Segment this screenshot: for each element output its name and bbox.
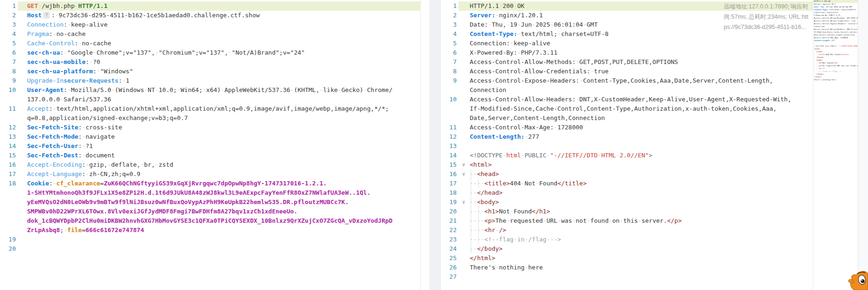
- fold-chevron-icon[interactable]: ∨: [459, 160, 469, 170]
- line-number: 24: [441, 244, 459, 254]
- request-code-row[interactable]: 2Host?:·9c73dc36-d295-4511-b162-1ce5b1ae…: [0, 11, 421, 20]
- line-number: 26: [441, 263, 459, 272]
- request-code-row[interactable]: 12Sec-Fetch-Site:·cross-site: [0, 123, 421, 132]
- line-number: [0, 95, 18, 104]
- request-code-row[interactable]: 5Cache-Control:·no-cache: [0, 39, 421, 48]
- request-code-row[interactable]: 16Accept-Encoding:·gzip,·deflate,·br,·zs…: [0, 160, 421, 170]
- response-editor[interactable]: 1HTTP/1.1·200·OK2Server:·nginx/1.20.13Da…: [441, 1, 813, 282]
- line-number: [0, 113, 18, 123]
- request-scrollbar[interactable]: [420, 0, 430, 290]
- request-code-row[interactable]: SMPWBv0hD22WPrXL6TOwx.8Vlv0exiJGfJydMDF8…: [0, 207, 421, 216]
- request-code-row[interactable]: 7sec-ch-ua-mobile:·?0: [0, 57, 421, 67]
- code-line-text: User-Agent:·Mozilla/5.0·(Windows·NT·10.0…: [18, 85, 421, 95]
- code-line-text: Access-Control-Allow-Credentials:·true: [469, 67, 813, 76]
- response-code-row[interactable]: 14<!DOCTYPE·html·PUBLIC·"-//IETF//DTD·HT…: [441, 151, 813, 160]
- response-code-row[interactable]: 5Connection:·keep-alive: [441, 39, 813, 48]
- response-code-row[interactable]: 12Content-Length:·277: [441, 132, 813, 141]
- line-number: 23: [441, 235, 459, 244]
- line-number: 10: [0, 85, 18, 95]
- request-code-row[interactable]: 13Sec-Fetch-Mode:·navigate: [0, 132, 421, 141]
- fold-gutter: [459, 95, 469, 104]
- fold-gutter: [459, 151, 469, 160]
- line-number: 5: [441, 39, 459, 48]
- request-editor[interactable]: 1GET·/wjbh.php·HTTP/1.12Host?:·9c73dc36-…: [0, 1, 421, 254]
- fold-gutter: [459, 67, 469, 76]
- request-panel[interactable]: 1GET·/wjbh.php·HTTP/1.12Host?:·9c73dc36-…: [0, 0, 430, 290]
- code-line-text: Access-Control-Allow-Headers:·DNT,X-Cust…: [469, 95, 813, 104]
- header-hint-badge[interactable]: ?: [43, 12, 50, 19]
- response-code-row[interactable]: 13: [441, 141, 813, 151]
- line-number: 9: [0, 76, 18, 85]
- request-code-row[interactable]: 3Connection:·keep-alive: [0, 20, 421, 29]
- fold-gutter: [459, 216, 469, 226]
- response-code-row[interactable]: 8Access-Control-Allow-Credentials:·true: [441, 67, 813, 76]
- response-code-row[interactable]: 23····<!--flag·in·/flag·-->: [441, 235, 813, 244]
- request-code-row[interactable]: 4Pragma:·no-cache: [0, 29, 421, 39]
- fold-chevron-icon[interactable]: ∨: [459, 198, 469, 207]
- line-number: 13: [441, 141, 459, 151]
- response-code-row[interactable]: Date,Server,Content-Length,Connection: [441, 113, 813, 123]
- response-code-row[interactable]: 24··</body>: [441, 244, 813, 254]
- request-code-row[interactable]: 9Upgrade-Insecure-Requests:·1: [0, 76, 421, 85]
- request-code-row[interactable]: 11Accept:·text/html,application/xhtml+xm…: [0, 104, 421, 113]
- response-code-row[interactable]: If-Modified-Since,Cache-Control,Content-…: [441, 104, 813, 113]
- response-code-row[interactable]: 7Access-Control-Allow-Methods:·GET,POST,…: [441, 57, 813, 67]
- response-scrollbar[interactable]: [858, 0, 868, 290]
- code-line-text: ZrLpAsbq8;·file=666c61672e747874: [18, 226, 421, 235]
- response-code-row[interactable]: 21····<p>The·requested·URL·was·not·found…: [441, 216, 813, 226]
- response-code-row[interactable]: 15∨<html>: [441, 160, 813, 170]
- request-code-row[interactable]: 20: [0, 244, 421, 254]
- fold-gutter: [459, 141, 469, 151]
- response-code-row[interactable]: Connection: [441, 85, 813, 95]
- request-code-row[interactable]: 1GET·/wjbh.php·HTTP/1.1: [0, 1, 421, 11]
- code-line-text: Sec-Fetch-User:·?1: [18, 141, 421, 151]
- response-code-row[interactable]: 9Access-Control-Expose-Headers:·Content-…: [441, 76, 813, 85]
- minimap-code-row[interactable]: 27: [813, 81, 858, 84]
- http-packet-detail-view: 1GET·/wjbh.php·HTTP/1.12Host?:·9c73dc36-…: [0, 0, 868, 290]
- request-code-row[interactable]: 137.0.0.0·Safari/537.36: [0, 95, 421, 104]
- response-code-row[interactable]: 22····<hr·/>: [441, 226, 813, 235]
- fold-gutter: [459, 272, 469, 282]
- response-code-row[interactable]: 26There's·nothing·here: [441, 263, 813, 272]
- response-code-row[interactable]: 6X-Powered-By:·PHP/7.3.11: [441, 48, 813, 57]
- request-code-row[interactable]: 10User-Agent:·Mozilla/5.0·(Windows·NT·10…: [0, 85, 421, 95]
- code-line-text: ····<hr·/>: [469, 226, 813, 235]
- response-code-row[interactable]: 16∨··<head>: [441, 170, 813, 179]
- request-code-row[interactable]: 15Sec-Fetch-Dest:·document: [0, 151, 421, 160]
- indent-guide: [471, 179, 471, 188]
- line-number: 18: [0, 179, 18, 188]
- response-panel[interactable]: 1HTTP/1.1·200·OK2Server:·nginx/1.20.13Da…: [441, 0, 868, 290]
- fold-gutter: [459, 123, 469, 132]
- code-line-text: Connection: [469, 85, 813, 95]
- code-line-text: Accept:·text/html,application/xhtml+xml,…: [18, 104, 421, 113]
- request-code-row[interactable]: q=0.8,application/signed-exchange;v=b3;q…: [0, 113, 421, 123]
- line-number: 11: [441, 123, 459, 132]
- request-code-row[interactable]: 8sec-ch-ua-platform:·"Windows": [0, 67, 421, 76]
- request-code-row[interactable]: ZrLpAsbq8;·file=666c61672e747874: [0, 226, 421, 235]
- yakit-mascot[interactable]: [847, 267, 868, 290]
- response-code-row[interactable]: 17····<title>404·Not·Found</title>: [441, 179, 813, 188]
- request-code-row[interactable]: 6sec-ch-ua:·"Google·Chrome";v="137",·"Ch…: [0, 48, 421, 57]
- response-code-row[interactable]: 25</html>: [441, 254, 813, 263]
- fold-gutter: [459, 179, 469, 188]
- request-code-row[interactable]: 1-SHtYMtmhonoQh3f9JFLx1X5e8ZP12H.d.1t6d9…: [0, 188, 421, 198]
- request-code-row[interactable]: 17Accept-Language:·zh-CN,zh;q=0.9: [0, 170, 421, 179]
- response-code-row[interactable]: 27: [441, 272, 813, 282]
- panel-divider[interactable]: [430, 0, 441, 290]
- response-code-row[interactable]: 10Access-Control-Allow-Headers:·DNT,X-Cu…: [441, 95, 813, 104]
- code-line-text: ··<body>: [469, 198, 813, 207]
- request-code-row[interactable]: 14Sec-Fetch-User:·?1: [0, 141, 421, 151]
- response-code-row[interactable]: 11Access-Control-Max-Age:·1728000: [441, 123, 813, 132]
- response-code-row[interactable]: 19∨··<body>: [441, 198, 813, 207]
- response-code-row[interactable]: 20····<h1>Not·Found</h1>: [441, 207, 813, 216]
- response-code-row[interactable]: 18··</head>: [441, 188, 813, 198]
- line-number: 8: [0, 67, 18, 76]
- request-code-row[interactable]: dok_1cBQWYDpbP2ClHu0miDKBW2hnvhGXG7HbMov…: [0, 216, 421, 226]
- response-minimap[interactable]: 1HTTP/1.1·200·OK2Server:·nginx/1.20.13Da…: [813, 0, 858, 290]
- code-line-text: dok_1cBQWYDpbP2ClHu0miDKBW2hnvhGXG7HbMov…: [18, 216, 421, 226]
- fold-gutter: [459, 57, 469, 67]
- fold-chevron-icon[interactable]: ∨: [459, 170, 469, 179]
- request-code-row[interactable]: yEeMVQsO2dN0LeOWb9v9mBTw9f9lNiJBsuz0wNfB…: [0, 198, 421, 207]
- request-code-row[interactable]: 18Cookie:·cf_clearance=ZuK66QChNGftyyiGS…: [0, 179, 421, 188]
- request-code-row[interactable]: 19: [0, 235, 421, 244]
